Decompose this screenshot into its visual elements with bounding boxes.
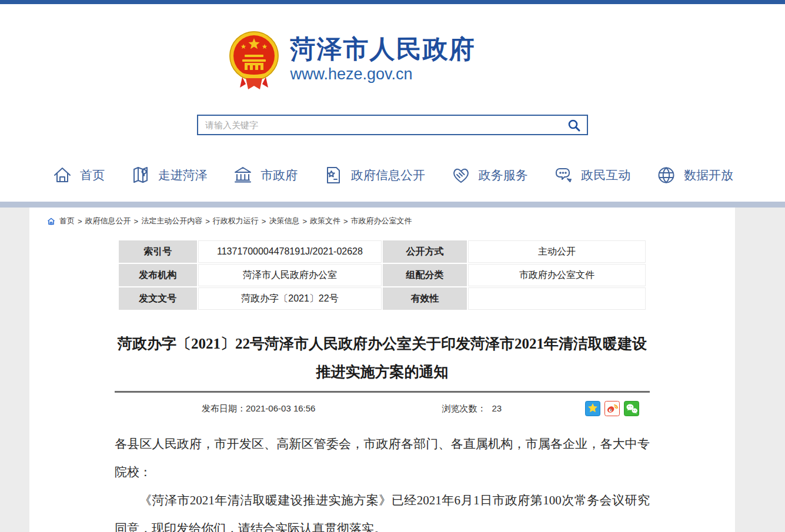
site-url: www.heze.gov.cn	[290, 65, 476, 83]
table-row: 索引号 11371700004478191J/2021-02628 公开方式 主…	[119, 240, 646, 263]
top-accent-bar	[0, 0, 785, 4]
meta-label-issuing-agency: 发布机构	[119, 264, 197, 286]
search-input[interactable]	[198, 116, 561, 134]
meta-label-index-no: 索引号	[119, 240, 197, 263]
meta-label-doc-number: 发文文号	[119, 287, 197, 310]
site-header: 菏泽市人民政府 www.heze.gov.cn	[0, 4, 785, 90]
meta-value-validity	[468, 287, 646, 310]
map-icon	[130, 165, 151, 186]
nav-label: 政务服务	[479, 167, 528, 183]
meta-value-disclosure-method: 主动公开	[468, 240, 646, 263]
right-gutter	[735, 208, 785, 532]
nav-item-government-services[interactable]: 政务服务	[450, 165, 528, 186]
search-button[interactable]	[561, 116, 587, 134]
breadcrumb-separator: >	[343, 217, 348, 226]
view-count: 浏览次数：23	[442, 403, 502, 414]
body-paragraph-salutation: 各县区人民政府，市开发区、高新区管委会，市政府各部门、各直属机构，市属各企业，各…	[115, 430, 650, 486]
site-title: 菏泽市人民政府	[290, 35, 476, 63]
home-icon	[52, 165, 73, 186]
share-qzone-icon[interactable]	[585, 401, 600, 416]
breadcrumb-item-home[interactable]: 首页	[59, 216, 75, 226]
meta-value-index-no: 11371700004478191J/2021-02628	[198, 240, 382, 263]
breadcrumb-item-statutory-disclosure[interactable]: 法定主动公开内容	[141, 216, 202, 226]
breadcrumb-item-admin-power[interactable]: 行政权力运行	[213, 216, 259, 226]
breadcrumb-separator: >	[134, 217, 139, 226]
share-weibo-icon[interactable]	[604, 401, 620, 416]
search-section	[0, 115, 785, 135]
title-divider	[115, 391, 650, 393]
document-star-icon	[323, 165, 344, 186]
meta-label-disclosure-method: 公开方式	[383, 240, 467, 263]
breadcrumb-item-decision-info[interactable]: 决策信息	[269, 216, 299, 226]
nav-label: 首页	[80, 167, 105, 183]
meta-value-doc-number: 菏政办字〔2021〕22号	[198, 287, 382, 310]
breadcrumb-item-gov-info[interactable]: 政府信息公开	[85, 216, 131, 226]
document-meta-table: 索引号 11371700004478191J/2021-02628 公开方式 主…	[118, 239, 647, 311]
view-count-label: 浏览次数：	[442, 403, 486, 413]
document-body: 各县区人民政府，市开发区、高新区管委会，市政府各部门、各直属机构，市属各企业，各…	[115, 430, 650, 532]
handshake-heart-icon	[450, 165, 472, 186]
search-box	[197, 115, 588, 135]
breadcrumb-separator: >	[262, 217, 266, 226]
nav-item-public-interaction[interactable]: 政民互动	[553, 165, 630, 186]
publish-date: 发布日期：2021-06-03 16:56	[202, 403, 315, 414]
document-title: 菏政办字〔2021〕22号菏泽市人民政府办公室关于印发菏泽市2021年清洁取暖建…	[115, 330, 650, 386]
publish-date-value: 2021-06-03 16:56	[246, 403, 315, 413]
nav-item-open-data[interactable]: 数据开放	[656, 165, 733, 186]
main-navigation: 首页 走进菏泽 市政府 政府信息公开 政务服务	[0, 159, 785, 192]
breadcrumb-separator: >	[78, 217, 82, 226]
meta-label-validity: 有效性	[383, 287, 467, 310]
globe-icon	[656, 165, 677, 186]
main-area: 首页 > 政府信息公开 > 法定主动公开内容 > 行政权力运行 > 决策信息 >…	[0, 208, 785, 532]
breadcrumb-separator: >	[205, 217, 210, 226]
breadcrumb-home-icon	[47, 218, 55, 225]
search-icon	[567, 118, 581, 132]
meta-value-category: 市政府办公室文件	[468, 264, 646, 286]
government-building-icon	[232, 165, 253, 186]
article: 菏政办字〔2021〕22号菏泽市人民政府办公室关于印发菏泽市2021年清洁取暖建…	[115, 330, 650, 532]
nav-item-home[interactable]: 首页	[52, 165, 105, 186]
table-row: 发布机构 菏泽市人民政府办公室 组配分类 市政府办公室文件	[119, 264, 646, 286]
nav-item-city-government[interactable]: 市政府	[232, 165, 298, 186]
nav-label: 数据开放	[684, 167, 733, 183]
table-row: 发文文号 菏政办字〔2021〕22号 有效性	[119, 287, 646, 310]
nav-label: 政府信息公开	[351, 167, 425, 183]
share-buttons	[585, 401, 639, 416]
content-panel: 首页 > 政府信息公开 > 法定主动公开内容 > 行政权力运行 > 决策信息 >…	[29, 208, 735, 532]
share-wechat-icon[interactable]	[624, 401, 639, 416]
nav-label: 走进菏泽	[158, 167, 208, 183]
left-gutter	[0, 208, 29, 532]
national-emblem-logo	[228, 29, 280, 90]
breadcrumb-separator: >	[302, 217, 307, 226]
divider-band	[0, 202, 785, 208]
nav-item-about-heze[interactable]: 走进菏泽	[130, 165, 208, 186]
meta-label-category: 组配分类	[383, 264, 467, 286]
nav-item-government-info-disclosure[interactable]: 政府信息公开	[323, 165, 425, 186]
publish-date-label: 发布日期：	[202, 403, 246, 413]
body-paragraph-main: 《菏泽市2021年清洁取暖建设推进实施方案》已经2021年6月1日市政府第100…	[115, 486, 650, 532]
breadcrumb: 首页 > 政府信息公开 > 法定主动公开内容 > 行政权力运行 > 决策信息 >…	[29, 208, 735, 226]
meta-value-issuing-agency: 菏泽市人民政府办公室	[198, 264, 382, 286]
breadcrumb-item-office-docs[interactable]: 市政府办公室文件	[351, 216, 412, 226]
nav-label: 政民互动	[581, 167, 630, 183]
view-count-value: 23	[492, 403, 502, 413]
nav-label: 市政府	[260, 167, 298, 183]
chat-bubbles-icon	[553, 165, 574, 186]
document-meta-row: 发布日期：2021-06-03 16:56 浏览次数：23	[115, 400, 650, 417]
breadcrumb-item-policy-docs[interactable]: 政策文件	[310, 216, 340, 226]
